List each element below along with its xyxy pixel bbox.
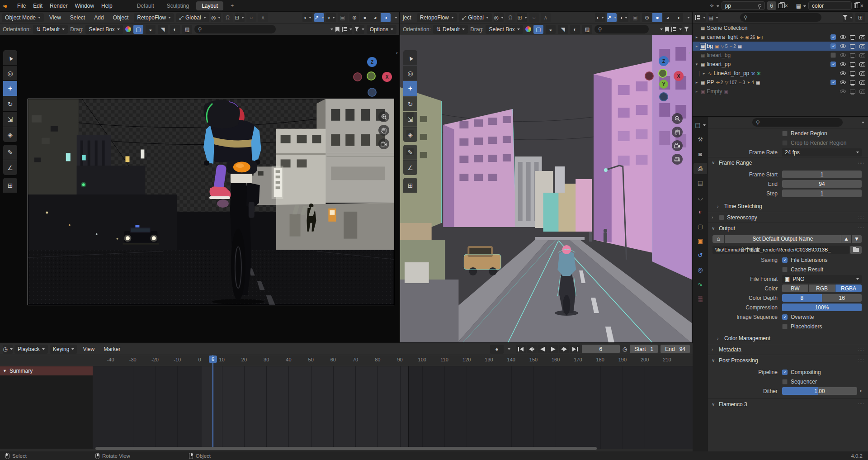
half-sphere-icon[interactable]: ◒ [146, 25, 156, 34]
tab-constraints[interactable]: ◎ [694, 264, 707, 275]
render-disable-icon[interactable] [859, 53, 865, 57]
new-collection-button[interactable]: ⊞ [855, 13, 865, 22]
depth-8-button[interactable]: 8 [782, 294, 822, 302]
navigation-gizmo[interactable]: Z X Y [644, 52, 684, 107]
scene-icon[interactable]: ✧ [710, 3, 719, 9]
home-icon[interactable]: ⌂ [712, 235, 724, 243]
new-scene-icon[interactable] [778, 3, 783, 8]
tool-select-box-icon[interactable]: ▲ [3, 50, 17, 65]
summary-channel[interactable]: ▼Summary [0, 366, 93, 375]
menu-object-partial[interactable]: ject [402, 12, 415, 24]
output-path-field[interactable]: \\liu\Emma\台中動畫_render\Render\C013B\C013… [712, 246, 849, 254]
gizmo-x-neg-axis[interactable] [353, 72, 362, 81]
panel-output[interactable]: ∨Output∷∷ [708, 223, 868, 233]
zoom-button[interactable] [672, 113, 683, 124]
outliner-row-empty[interactable]: ▸ ▣ Empty ▣ [693, 87, 868, 96]
snap-toggle-icon[interactable]: Ω [223, 13, 233, 22]
frame-end-field[interactable]: 94 [782, 180, 862, 188]
tool-cursor-icon[interactable]: ◎ [403, 66, 417, 81]
collapse-icon[interactable]: ▾ [694, 62, 699, 66]
show-gizmo-visibility-dropdown[interactable]: ◖ [302, 13, 312, 22]
viewport-left-canvas[interactable]: ▲ ◎ + ↻ ⇲ ◈ ✎ ∠ ⊞ ‹ Z X [0, 35, 399, 342]
play-reverse-button[interactable] [538, 345, 547, 353]
menu-timeline-marker[interactable]: Marker [100, 343, 124, 355]
overlays-dropdown[interactable]: ◑ [618, 13, 628, 22]
outliner-search-input[interactable]: ⚲ [740, 13, 821, 22]
tool-filter-dropdown[interactable] [354, 25, 364, 34]
outliner-row-bg[interactable]: ▸▦ bg ▣ ▽5 ⌣2 ▦ [693, 42, 868, 51]
outliner-row-scene-collection[interactable]: ▦ Scene Collection [693, 24, 868, 33]
overwrite-checkbox[interactable] [782, 314, 788, 320]
outliner-row-lineart-bg[interactable]: ▦ lineart_bg [693, 51, 868, 60]
outliner-row-lineart-pp[interactable]: ▾▦ lineart_pp [693, 60, 868, 69]
shading-material-icon[interactable]: ◕ [370, 13, 380, 22]
expand-icon[interactable]: ▸ [694, 80, 699, 85]
edit-white-square-icon[interactable]: ▢ [133, 25, 143, 34]
editor-type-icon[interactable]: ▤ [694, 119, 707, 131]
frame-start-field[interactable]: 1 [782, 171, 862, 178]
expand-icon[interactable]: ▸ [702, 71, 706, 76]
menu-view[interactable]: View [46, 12, 65, 24]
playhead[interactable] [212, 355, 213, 449]
tool-add-cube-icon[interactable]: ⊞ [3, 178, 17, 193]
shading-solid-icon[interactable]: ● [360, 13, 370, 22]
material-preview-sphere-icon[interactable] [525, 26, 531, 32]
remove-view-layer-icon[interactable]: × [860, 3, 863, 9]
tool-scale-icon[interactable]: ⇲ [403, 112, 417, 127]
brush-icon[interactable]: ▨ [582, 25, 592, 34]
tool-tree-dropdown[interactable] [342, 25, 352, 34]
panel-flamenco[interactable]: ∨Flamenco 3∷∷ [708, 398, 868, 409]
tool-measure-icon[interactable]: ∠ [3, 160, 17, 175]
tab-output[interactable]: ⎙ [693, 163, 707, 174]
panel-time-stretching[interactable]: ›Time Stretching [708, 201, 868, 212]
render-disable-icon[interactable] [859, 90, 865, 94]
tool-move-icon[interactable]: + [403, 81, 417, 96]
gizmo-z-axis[interactable]: Z [659, 56, 669, 66]
tool-annotate-icon[interactable]: ✎ [3, 145, 17, 160]
panel-metadata[interactable]: ›Metadata∷∷ [708, 344, 868, 355]
xray-toggle-icon[interactable]: ▣ [338, 13, 348, 22]
placeholders-checkbox[interactable] [782, 324, 788, 329]
pivot-point-dropdown[interactable]: ◎ [494, 13, 504, 22]
tool-search-input[interactable]: ⚲ [594, 25, 649, 33]
outliner-filter-dropdown[interactable] [843, 13, 853, 22]
xray-toggle-icon[interactable]: ▣ [630, 13, 640, 22]
shading-solid-icon[interactable]: ● [652, 13, 662, 22]
camera-view-button[interactable] [672, 140, 683, 151]
tab-physics[interactable]: ↺ [694, 250, 707, 261]
set-default-output-button[interactable]: Set Default Output Name [725, 235, 841, 243]
tab-collection[interactable]: ▢ [694, 221, 707, 232]
tool-move-icon[interactable]: + [3, 81, 17, 96]
panel-stereoscopy[interactable]: ›Stereoscopy∷∷ [708, 212, 868, 223]
menu-timeline-view[interactable]: View [79, 343, 98, 355]
options-dropdown[interactable]: Options [367, 25, 396, 34]
stopwatch-icon[interactable]: ◷ [623, 346, 627, 352]
tool-select-box-icon[interactable]: ▲ [403, 50, 417, 65]
transform-orientation-dropdown[interactable]: ⤢Global [176, 13, 209, 22]
pin-icon[interactable] [758, 4, 761, 7]
ink-drops-icon[interactable]: ◥ [558, 25, 568, 34]
compositing-checkbox[interactable] [782, 370, 788, 375]
shading-dropdown[interactable] [687, 17, 690, 20]
orientation-dropdown[interactable]: ⇅Default [433, 25, 468, 34]
tool-tree-dropdown[interactable] [671, 25, 682, 34]
gizmo-x-axis[interactable]: X [674, 71, 684, 81]
tool-options-chevron[interactable] [330, 28, 333, 32]
orthographic-grid-button[interactable] [672, 154, 683, 165]
editor-type-clock-icon[interactable]: ◷ [3, 345, 13, 354]
playhead-frame-badge[interactable]: 6 [209, 356, 217, 363]
render-region-checkbox[interactable] [782, 131, 788, 136]
falloff-dropdown[interactable]: ∧ [541, 13, 551, 22]
gizmo-z-axis[interactable]: Z [367, 57, 377, 67]
retopoflow-dropdown[interactable]: RetopoFlow [417, 13, 457, 22]
orientation-dropdown[interactable]: ⇅Default [33, 25, 68, 34]
expand-icon[interactable]: ▸ [694, 89, 699, 94]
viewport-disable-icon[interactable] [850, 35, 855, 39]
workspace-tab-layout[interactable]: Layout [196, 1, 223, 10]
tool-transform-icon[interactable]: ◈ [403, 127, 417, 142]
tab-world[interactable]: ◐ [694, 206, 707, 218]
sort-down-button[interactable]: ▼ [852, 235, 862, 243]
outliner-row-lineart-for-pp[interactable]: |▸ ∿ LineArt_for_pp ⚒ ✻ [693, 69, 868, 78]
menu-help[interactable]: Help [98, 0, 116, 12]
add-workspace-button[interactable]: + [225, 1, 239, 10]
